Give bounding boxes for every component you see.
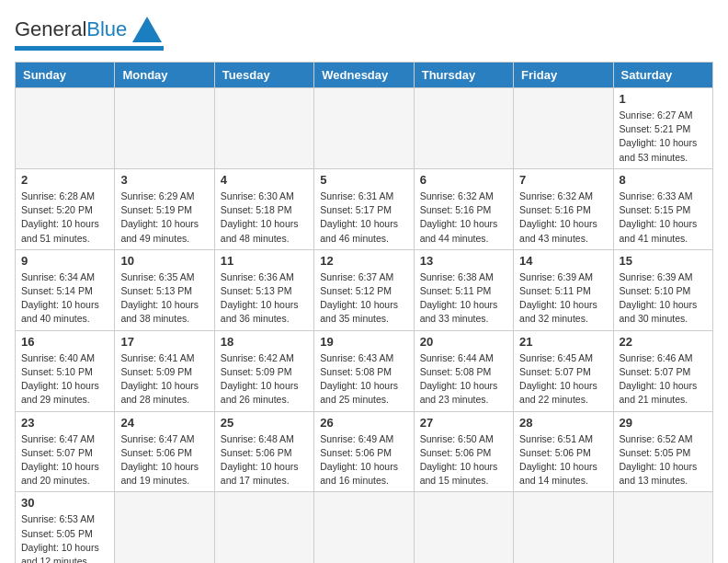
calendar-day-cell: 7Sunrise: 6:32 AM Sunset: 5:16 PM Daylig… xyxy=(514,168,613,249)
day-info: Sunrise: 6:45 AM Sunset: 5:07 PM Dayligh… xyxy=(519,351,607,408)
day-number: 12 xyxy=(320,254,407,268)
day-info: Sunrise: 6:36 AM Sunset: 5:13 PM Dayligh… xyxy=(221,270,308,327)
day-number: 19 xyxy=(320,335,407,349)
day-info: Sunrise: 6:40 AM Sunset: 5:10 PM Dayligh… xyxy=(21,351,108,408)
day-info: Sunrise: 6:49 AM Sunset: 5:06 PM Dayligh… xyxy=(320,432,407,488)
calendar-week-row: 16Sunrise: 6:40 AM Sunset: 5:10 PM Dayli… xyxy=(16,330,713,411)
day-info: Sunrise: 6:39 AM Sunset: 5:11 PM Dayligh… xyxy=(519,270,607,327)
calendar-day-cell: 29Sunrise: 6:52 AM Sunset: 5:05 PM Dayli… xyxy=(613,411,712,492)
day-info: Sunrise: 6:48 AM Sunset: 5:06 PM Dayligh… xyxy=(221,432,308,488)
day-info: Sunrise: 6:50 AM Sunset: 5:06 PM Dayligh… xyxy=(420,432,507,488)
day-info: Sunrise: 6:37 AM Sunset: 5:12 PM Dayligh… xyxy=(320,270,407,327)
day-number: 1 xyxy=(620,92,707,106)
day-number: 27 xyxy=(420,416,507,430)
calendar-week-row: 30Sunrise: 6:53 AM Sunset: 5:05 PM Dayli… xyxy=(16,492,713,563)
calendar-day-cell xyxy=(115,88,214,169)
calendar-table: SundayMondayTuesdayWednesdayThursdayFrid… xyxy=(15,62,713,563)
calendar-day-cell: 25Sunrise: 6:48 AM Sunset: 5:06 PM Dayli… xyxy=(214,411,313,492)
day-number: 26 xyxy=(320,416,407,430)
day-number: 13 xyxy=(420,254,507,268)
calendar-day-cell: 2Sunrise: 6:28 AM Sunset: 5:20 PM Daylig… xyxy=(16,168,115,249)
day-info: Sunrise: 6:38 AM Sunset: 5:11 PM Dayligh… xyxy=(420,270,507,327)
calendar-day-cell: 18Sunrise: 6:42 AM Sunset: 5:09 PM Dayli… xyxy=(214,330,313,411)
calendar-day-cell: 22Sunrise: 6:46 AM Sunset: 5:07 PM Dayli… xyxy=(613,330,712,411)
day-number: 4 xyxy=(221,173,308,187)
day-number: 17 xyxy=(120,335,208,349)
calendar-day-cell: 9Sunrise: 6:34 AM Sunset: 5:14 PM Daylig… xyxy=(16,249,115,330)
calendar-day-cell: 3Sunrise: 6:29 AM Sunset: 5:19 PM Daylig… xyxy=(115,168,214,249)
header: GeneralBlue xyxy=(15,15,713,51)
calendar-day-cell: 13Sunrise: 6:38 AM Sunset: 5:11 PM Dayli… xyxy=(414,249,513,330)
calendar-day-cell: 23Sunrise: 6:47 AM Sunset: 5:07 PM Dayli… xyxy=(16,411,115,492)
calendar-week-row: 9Sunrise: 6:34 AM Sunset: 5:14 PM Daylig… xyxy=(16,249,713,330)
day-number: 5 xyxy=(320,173,407,187)
calendar-day-cell xyxy=(514,492,613,563)
day-number: 9 xyxy=(21,254,108,268)
logo-bar xyxy=(15,46,164,51)
day-info: Sunrise: 6:35 AM Sunset: 5:13 PM Dayligh… xyxy=(120,270,208,327)
day-info: Sunrise: 6:32 AM Sunset: 5:16 PM Dayligh… xyxy=(420,190,507,246)
day-info: Sunrise: 6:46 AM Sunset: 5:07 PM Dayligh… xyxy=(620,351,707,408)
day-number: 3 xyxy=(120,173,208,187)
day-number: 29 xyxy=(620,416,707,430)
day-number: 25 xyxy=(221,416,308,430)
calendar-day-cell xyxy=(414,492,513,563)
day-number: 20 xyxy=(420,335,507,349)
weekday-header-monday: Monday xyxy=(115,63,214,88)
day-info: Sunrise: 6:41 AM Sunset: 5:09 PM Dayligh… xyxy=(120,351,208,408)
day-info: Sunrise: 6:33 AM Sunset: 5:15 PM Dayligh… xyxy=(620,190,707,246)
day-info: Sunrise: 6:53 AM Sunset: 5:05 PM Dayligh… xyxy=(21,512,108,563)
calendar-day-cell: 4Sunrise: 6:30 AM Sunset: 5:18 PM Daylig… xyxy=(214,168,313,249)
calendar-day-cell xyxy=(115,492,214,563)
day-info: Sunrise: 6:39 AM Sunset: 5:10 PM Dayligh… xyxy=(620,270,707,327)
day-number: 22 xyxy=(620,335,707,349)
day-number: 30 xyxy=(21,496,108,510)
day-number: 15 xyxy=(620,254,707,268)
logo: GeneralBlue xyxy=(15,15,164,51)
calendar-day-cell: 27Sunrise: 6:50 AM Sunset: 5:06 PM Dayli… xyxy=(414,411,513,492)
calendar-week-row: 2Sunrise: 6:28 AM Sunset: 5:20 PM Daylig… xyxy=(16,168,713,249)
day-number: 11 xyxy=(221,254,308,268)
day-info: Sunrise: 6:30 AM Sunset: 5:18 PM Dayligh… xyxy=(221,190,308,246)
calendar-day-cell: 10Sunrise: 6:35 AM Sunset: 5:13 PM Dayli… xyxy=(115,249,214,330)
calendar-day-cell xyxy=(613,492,712,563)
day-info: Sunrise: 6:27 AM Sunset: 5:21 PM Dayligh… xyxy=(620,109,707,165)
calendar-day-cell: 21Sunrise: 6:45 AM Sunset: 5:07 PM Dayli… xyxy=(514,330,613,411)
calendar-day-cell: 6Sunrise: 6:32 AM Sunset: 5:16 PM Daylig… xyxy=(414,168,513,249)
day-number: 16 xyxy=(21,335,108,349)
calendar-week-row: 23Sunrise: 6:47 AM Sunset: 5:07 PM Dayli… xyxy=(16,411,713,492)
day-info: Sunrise: 6:44 AM Sunset: 5:08 PM Dayligh… xyxy=(420,351,507,408)
calendar-day-cell: 17Sunrise: 6:41 AM Sunset: 5:09 PM Dayli… xyxy=(115,330,214,411)
logo-icon xyxy=(131,15,164,44)
day-info: Sunrise: 6:29 AM Sunset: 5:19 PM Dayligh… xyxy=(120,190,208,246)
weekday-header-thursday: Thursday xyxy=(414,63,513,88)
calendar-day-cell xyxy=(414,88,513,169)
day-number: 23 xyxy=(21,416,108,430)
calendar-day-cell xyxy=(314,88,414,169)
day-number: 18 xyxy=(221,335,308,349)
day-info: Sunrise: 6:42 AM Sunset: 5:09 PM Dayligh… xyxy=(221,351,308,408)
day-number: 24 xyxy=(120,416,208,430)
day-number: 10 xyxy=(120,254,208,268)
weekday-header-tuesday: Tuesday xyxy=(214,63,313,88)
weekday-header-saturday: Saturday xyxy=(613,63,712,88)
day-info: Sunrise: 6:31 AM Sunset: 5:17 PM Dayligh… xyxy=(320,190,407,246)
day-number: 21 xyxy=(519,335,607,349)
calendar-day-cell: 30Sunrise: 6:53 AM Sunset: 5:05 PM Dayli… xyxy=(16,492,115,563)
calendar-day-cell: 1Sunrise: 6:27 AM Sunset: 5:21 PM Daylig… xyxy=(613,88,712,169)
day-number: 6 xyxy=(420,173,507,187)
day-info: Sunrise: 6:47 AM Sunset: 5:07 PM Dayligh… xyxy=(21,432,108,488)
day-info: Sunrise: 6:43 AM Sunset: 5:08 PM Dayligh… xyxy=(320,351,407,408)
day-number: 2 xyxy=(21,173,108,187)
calendar-day-cell: 14Sunrise: 6:39 AM Sunset: 5:11 PM Dayli… xyxy=(514,249,613,330)
calendar-day-cell: 8Sunrise: 6:33 AM Sunset: 5:15 PM Daylig… xyxy=(613,168,712,249)
day-info: Sunrise: 6:28 AM Sunset: 5:20 PM Dayligh… xyxy=(21,190,108,246)
calendar-day-cell xyxy=(214,88,313,169)
calendar-day-cell: 16Sunrise: 6:40 AM Sunset: 5:10 PM Dayli… xyxy=(16,330,115,411)
weekday-header-sunday: Sunday xyxy=(16,63,115,88)
day-info: Sunrise: 6:47 AM Sunset: 5:06 PM Dayligh… xyxy=(120,432,208,488)
day-info: Sunrise: 6:52 AM Sunset: 5:05 PM Dayligh… xyxy=(620,432,707,488)
calendar-header-row: SundayMondayTuesdayWednesdayThursdayFrid… xyxy=(16,63,713,88)
calendar-day-cell: 26Sunrise: 6:49 AM Sunset: 5:06 PM Dayli… xyxy=(314,411,414,492)
calendar-day-cell: 15Sunrise: 6:39 AM Sunset: 5:10 PM Dayli… xyxy=(613,249,712,330)
